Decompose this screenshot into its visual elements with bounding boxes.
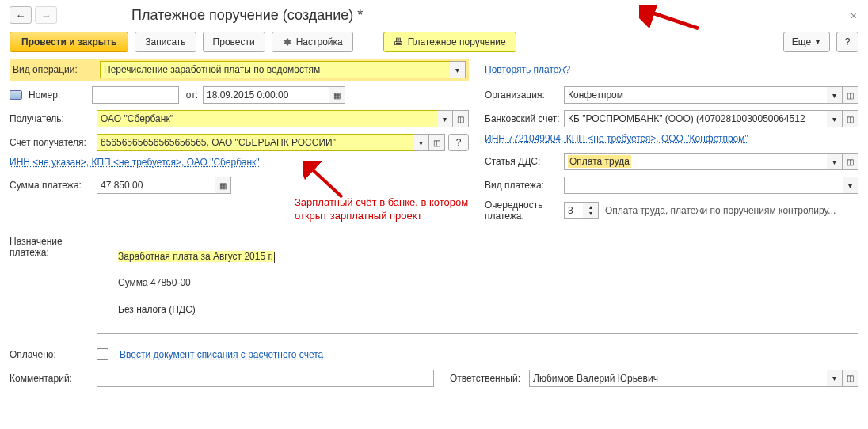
op-type-label: Вид операции: bbox=[13, 64, 100, 75]
pay-type-dropdown-icon[interactable]: ▾ bbox=[843, 177, 858, 194]
paid-label: Оплачено: bbox=[10, 349, 97, 360]
post-button[interactable]: Провести bbox=[203, 32, 265, 52]
doc-icon bbox=[10, 90, 22, 100]
purpose-line2: Сумма 47850-00 bbox=[118, 277, 191, 288]
more-button[interactable]: Еще ▼ bbox=[783, 32, 830, 52]
priority-spinner-icon[interactable]: ▴▾ bbox=[583, 202, 599, 219]
org-open-icon[interactable]: ◫ bbox=[843, 86, 858, 104]
purpose-line1: Заработная плата за Август 2015 г. bbox=[118, 251, 275, 262]
recipient-dropdown-icon[interactable]: ▾ bbox=[437, 110, 453, 127]
help-button[interactable]: ? bbox=[836, 32, 858, 52]
purpose-textarea[interactable]: Заработная плата за Август 2015 г. Сумма… bbox=[97, 233, 858, 334]
comment-input[interactable] bbox=[97, 370, 434, 387]
post-and-close-button[interactable]: Провести и закрыть bbox=[10, 32, 128, 52]
nav-back-button[interactable]: ← bbox=[10, 6, 32, 24]
priority-input[interactable]: 3 bbox=[564, 202, 583, 219]
paid-checkbox[interactable] bbox=[97, 348, 108, 360]
dds-open-icon[interactable]: ◫ bbox=[843, 153, 858, 170]
more-label: Еще bbox=[792, 36, 811, 47]
from-label: от: bbox=[179, 89, 203, 101]
dds-value: Оплата труда bbox=[568, 155, 631, 168]
rec-account-dropdown-icon[interactable]: ▾ bbox=[413, 134, 429, 151]
amount-label: Сумма платежа: bbox=[10, 180, 97, 191]
rec-account-label: Счет получателя: bbox=[10, 137, 97, 148]
write-button[interactable]: Записать bbox=[135, 32, 196, 52]
responsible-input[interactable]: Любимов Валерий Юрьевич bbox=[529, 370, 827, 387]
nav-forward-button[interactable]: → bbox=[35, 6, 57, 24]
number-label: Номер: bbox=[29, 89, 92, 101]
purpose-line3: Без налога (НДС) bbox=[118, 304, 196, 315]
recipient-inn-link[interactable]: ИНН <не указан>, КПП <не требуется>, ОАО… bbox=[10, 157, 260, 168]
payment-order-button[interactable]: 🖶 Платежное поручение bbox=[383, 32, 516, 52]
responsible-label: Ответственный: bbox=[450, 373, 529, 384]
rec-account-help-button[interactable]: ? bbox=[448, 134, 469, 151]
date-input[interactable]: 18.09.2015 0:00:00 bbox=[203, 86, 329, 104]
dds-dropdown-icon[interactable]: ▾ bbox=[827, 153, 843, 170]
settings-button[interactable]: Настройка bbox=[272, 32, 353, 52]
recipient-input[interactable]: ОАО "Сбербанк" bbox=[97, 110, 437, 127]
org-inn-link[interactable]: ИНН 7721049904, КПП <не требуется>, ООО … bbox=[485, 133, 748, 144]
bank-input[interactable]: КБ "РОСПРОМБАНК" (ООО) (4070281003005006… bbox=[564, 110, 827, 127]
op-type-select[interactable]: Перечисление заработной платы по ведомос… bbox=[100, 61, 450, 78]
paid-link[interactable]: Ввести документ списания с расчетного сч… bbox=[120, 349, 323, 360]
gear-icon bbox=[282, 37, 291, 47]
comment-label: Комментарий: bbox=[10, 373, 97, 384]
payment-order-label: Платежное поручение bbox=[408, 36, 506, 47]
org-dropdown-icon[interactable]: ▾ bbox=[827, 86, 843, 104]
responsible-open-icon[interactable]: ◫ bbox=[843, 370, 858, 387]
priority-label: Очередность платежа: bbox=[485, 199, 564, 222]
pay-type-label: Вид платежа: bbox=[485, 180, 564, 191]
printer-icon: 🖶 bbox=[394, 36, 403, 47]
org-label: Организация: bbox=[485, 89, 564, 101]
bank-label: Банковский счет: bbox=[485, 113, 564, 124]
dds-input[interactable]: Оплата труда bbox=[564, 153, 827, 170]
calendar-icon[interactable]: ▦ bbox=[329, 86, 345, 104]
recipient-label: Получатель: bbox=[10, 113, 97, 124]
chevron-down-icon: ▼ bbox=[814, 38, 821, 46]
amount-input[interactable]: 47 850,00 bbox=[97, 177, 215, 194]
bank-open-icon[interactable]: ◫ bbox=[843, 110, 858, 127]
responsible-dropdown-icon[interactable]: ▾ bbox=[827, 370, 843, 387]
purpose-label: Назначение платежа: bbox=[10, 233, 97, 258]
dds-label: Статья ДДС: bbox=[485, 156, 564, 167]
rec-account-open-icon[interactable]: ◫ bbox=[429, 134, 445, 151]
rec-account-input[interactable]: 65656565656565656565, ОАО "СБЕРБАНК РОСС… bbox=[97, 134, 413, 151]
settings-label: Настройка bbox=[296, 36, 343, 47]
page-title: Платежное поручение (создание) * bbox=[131, 7, 363, 24]
number-input[interactable] bbox=[92, 86, 179, 104]
annotation-text: Зарплатный счёт в банке, в котором откры… bbox=[295, 196, 469, 223]
bank-dropdown-icon[interactable]: ▾ bbox=[827, 110, 843, 127]
pay-type-input[interactable] bbox=[564, 177, 843, 194]
priority-description: Оплата труда, платежи по поручениям конт… bbox=[605, 205, 858, 216]
recipient-open-icon[interactable]: ◫ bbox=[453, 110, 469, 127]
org-input[interactable]: Конфетпром bbox=[564, 86, 827, 104]
op-type-dropdown-icon[interactable]: ▾ bbox=[450, 61, 466, 78]
calculator-icon[interactable]: ▦ bbox=[215, 177, 231, 194]
repeat-payment-link[interactable]: Повторять платеж? bbox=[485, 64, 570, 75]
close-icon[interactable]: × bbox=[851, 9, 857, 22]
